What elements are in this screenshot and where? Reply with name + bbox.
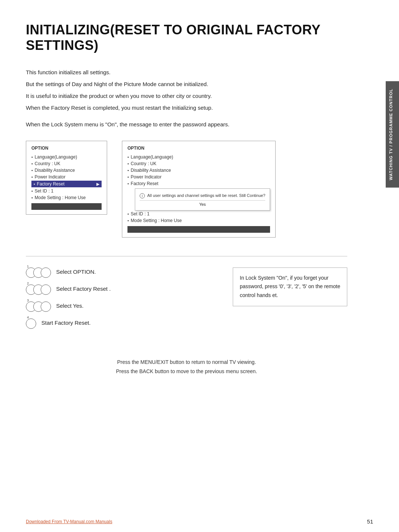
button-bar	[127, 226, 270, 233]
menu-item: Country: UK	[31, 160, 102, 167]
dialog-popup: i All user settings and channel settings…	[135, 188, 270, 211]
dialog-yes: Yes	[140, 200, 265, 207]
footer-page: 51	[367, 518, 373, 525]
step-2: 2 Select Factory Reset .	[26, 284, 218, 295]
step-circles: 3	[26, 301, 51, 312]
intro-line1: This function initializes all settings.	[26, 68, 347, 77]
screenshot-2: OPTION Language(Language) Country: UK Di…	[122, 141, 276, 238]
intro-line4: When the Factory Reset is completed, you…	[26, 103, 347, 112]
bottom-note-2: Press the BACK button to move to the pre…	[26, 367, 347, 376]
menu-item: Power Indicator	[127, 174, 270, 180]
section-divider	[26, 256, 347, 256]
menu-item: Factory Reset	[127, 180, 270, 187]
menu-item: Set ID: 1	[31, 188, 102, 194]
page-title: INITIALIZING(RESET TO ORIGINAL FACTORY S…	[26, 22, 347, 53]
bottom-notes: Press the MENU/EXIT button to return to …	[26, 358, 347, 376]
lock-note: When the Lock System menu is "On", the m…	[26, 121, 347, 127]
intro-line2: But the settings of Day and Night of the…	[26, 80, 347, 89]
screenshot-1: OPTION Language(Language) Country: UK Di…	[26, 141, 107, 215]
sidebar-tab: WATCHING TV / PROGRAMME CONTROL	[386, 81, 399, 188]
step-circles: 2	[26, 284, 51, 295]
menu-item: Language(Language)	[127, 154, 270, 160]
dialog-text: i All user settings and channel settings…	[140, 192, 265, 199]
info-icon: i	[140, 193, 145, 198]
steps-list: 1 Select OPTION. 2 Select Factory Reset …	[26, 267, 218, 335]
screenshot2-label: OPTION	[127, 146, 270, 151]
step-4: 4 Start Factory Reset.	[26, 318, 218, 329]
button-bar	[31, 203, 102, 210]
bottom-note-1: Press the MENU/EXIT button to return to …	[26, 358, 347, 367]
menu-item: Mode Setting: Home Use	[31, 194, 102, 201]
screenshot1-label: OPTION	[31, 146, 102, 151]
menu-item: Set ID: 1	[127, 211, 270, 217]
screenshots-area: OPTION Language(Language) Country: UK Di…	[26, 141, 347, 238]
tip-text: In Lock System "On", if you forget your …	[240, 275, 340, 299]
menu-item-selected: Factory Reset ▶	[31, 181, 102, 187]
menu-item: Country: UK	[127, 160, 270, 167]
footer-link[interactable]: Downloaded From TV-Manual.com Manuals	[26, 519, 112, 524]
menu-item: Mode Setting: Home Use	[127, 217, 270, 224]
menu-item: Disability Assistance	[127, 167, 270, 174]
step-1: 1 Select OPTION.	[26, 267, 218, 278]
step-circle: 4	[26, 318, 36, 329]
intro-line3: It is useful to initialize the product o…	[26, 92, 347, 100]
footer: Downloaded From TV-Manual.com Manuals 51	[26, 518, 373, 525]
tip-box: In Lock System "On", if you forget your …	[233, 267, 347, 306]
menu-item: Power Indicator	[31, 174, 102, 180]
step-circle	[41, 267, 51, 278]
menu-item: Disability Assistance	[31, 167, 102, 174]
steps-area: 1 Select OPTION. 2 Select Factory Reset …	[26, 267, 347, 335]
step-text: Select Yes.	[56, 301, 83, 309]
menu-item: Language(Language)	[31, 154, 102, 160]
step-circles: 1	[26, 267, 51, 278]
step-circle	[41, 301, 51, 312]
step-text: Select OPTION.	[56, 267, 96, 275]
step-3: 3 Select Yes.	[26, 301, 218, 312]
step-text: Select Factory Reset .	[56, 284, 111, 292]
step-circle	[41, 284, 51, 295]
step-text: Start Factory Reset.	[41, 318, 91, 326]
